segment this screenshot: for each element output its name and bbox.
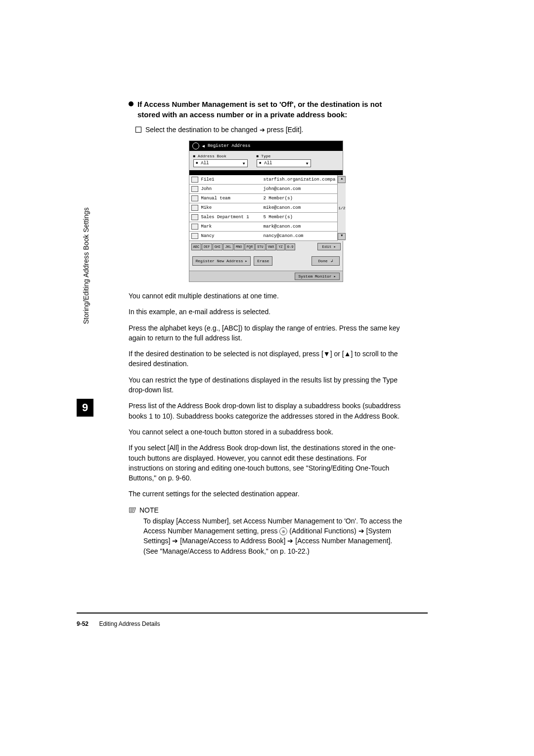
return-icon: ↲ — [331, 259, 333, 263]
list-item[interactable]: Mikemike@canon.com — [189, 203, 338, 213]
chevron-right-icon: ▸ — [245, 259, 248, 263]
alpha-key[interactable]: 0-9 — [285, 243, 296, 250]
alpha-key[interactable]: ABC — [191, 243, 202, 250]
type-label: ■ Type — [257, 154, 311, 158]
body-paragraph: Press list of the Address Book drop-down… — [129, 401, 403, 421]
body-paragraph: If the desired destination to be selecte… — [129, 349, 403, 369]
alpha-key[interactable]: MNO — [234, 243, 244, 250]
back-icon[interactable]: ◀ — [202, 143, 205, 149]
note-icon — [129, 507, 136, 514]
chevron-down-icon: ▼ — [243, 161, 245, 166]
mail-icon — [191, 205, 198, 211]
section-heading: If Access Number Management is set to 'O… — [137, 99, 403, 120]
alpha-key[interactable]: PQR — [245, 243, 255, 250]
sub-instruction-pre: Select the destination to be changed — [145, 126, 258, 134]
menu-icon[interactable] — [192, 142, 199, 149]
chevron-right-icon: ▸ — [334, 244, 336, 249]
done-button[interactable]: Done↲ — [312, 256, 339, 266]
fax-icon — [191, 233, 198, 239]
system-monitor-button[interactable]: System Monitor▸ — [295, 273, 339, 280]
screenshot-panel: ◀ Register Address ■ Address Book ● All … — [189, 141, 343, 282]
list-item[interactable]: File1starfish.organization.compa — [189, 175, 338, 185]
arrow-right-icon: ➔ — [358, 527, 364, 535]
file-icon — [191, 177, 198, 183]
sub-instruction: Select the destination to be changed ➔ p… — [135, 126, 403, 134]
page-indicator: 1/2 — [338, 206, 345, 210]
body-paragraph: You can restrict the type of destination… — [129, 375, 403, 395]
arrow-right-icon: ➔ — [260, 126, 265, 134]
additional-functions-key-icon: ⊛ — [279, 527, 287, 535]
alpha-key[interactable]: YZ — [276, 243, 284, 250]
screenshot-title: Register Address — [208, 143, 250, 148]
edit-button[interactable]: Edit▸ — [317, 243, 340, 250]
triangle-up-icon: ▲ — [344, 350, 351, 358]
body-paragraph: You cannot select a one-touch button sto… — [129, 427, 403, 437]
list-item[interactable]: Nancynancy@canon.com — [189, 232, 338, 241]
address-book-label: ■ Address Book — [193, 154, 248, 158]
list-item[interactable]: Sales Department 15 Member(s) — [189, 213, 338, 222]
chapter-number: 9 — [77, 399, 93, 417]
note-body: To display [Access Number], set Access N… — [143, 516, 403, 556]
list-header-bar — [189, 170, 343, 175]
fax-icon — [191, 224, 198, 230]
sub-instruction-post: press [Edit]. — [267, 126, 304, 134]
erase-button[interactable]: Erase — [254, 256, 272, 266]
scroll-down-button[interactable]: ▼ — [338, 233, 346, 240]
side-tab-label: Storing/Editing Address Book Settings — [82, 207, 90, 324]
alpha-key[interactable]: DEF — [202, 243, 212, 250]
page-number: 9-52 — [77, 620, 89, 627]
list-item[interactable]: Manual team2 Member(s) — [189, 194, 338, 203]
footer-divider — [77, 613, 428, 614]
footer-title: Editing Address Details — [99, 620, 160, 627]
chevron-down-icon: ▼ — [306, 161, 309, 166]
bullet-icon — [129, 101, 134, 106]
arrow-right-icon: ➔ — [172, 537, 178, 545]
alpha-key[interactable]: STU — [255, 243, 266, 250]
address-book-dropdown[interactable]: ● All ▼ — [193, 159, 248, 167]
mail-icon — [191, 186, 198, 192]
body-paragraph: Press the alphabet keys (e.g., [ABC]) to… — [129, 323, 403, 343]
body-paragraph: You cannot edit multiple destinations at… — [129, 291, 403, 301]
register-new-address-button[interactable]: Register New Address▸ — [192, 256, 251, 266]
body-paragraph: If you select [All] in the Address Book … — [129, 443, 403, 483]
group-icon — [191, 195, 198, 201]
list-item[interactable]: Markmark@canon.com — [189, 222, 338, 232]
scroll-up-button[interactable]: ▲ — [338, 176, 346, 183]
alpha-key[interactable]: JKL — [223, 243, 233, 250]
triangle-down-icon: ▼ — [323, 350, 330, 358]
body-paragraph: In this example, an e-mail address is se… — [129, 307, 403, 317]
square-bullet-icon — [135, 127, 141, 133]
list-item[interactable]: Johnjohn@canon.com — [189, 185, 338, 194]
alpha-key[interactable]: VWX — [266, 243, 276, 250]
body-paragraph: The current settings for the selected de… — [129, 489, 403, 499]
group-icon — [191, 214, 198, 220]
screenshot-titlebar: ◀ Register Address — [189, 141, 343, 151]
chevron-right-icon: ▸ — [334, 274, 336, 279]
page-footer: 9-52 Editing Address Details — [77, 620, 160, 627]
alpha-key[interactable]: GHI — [213, 243, 223, 250]
arrow-right-icon: ➔ — [287, 537, 293, 545]
note-label: NOTE — [139, 506, 159, 514]
type-dropdown[interactable]: ● All ▼ — [257, 159, 311, 167]
